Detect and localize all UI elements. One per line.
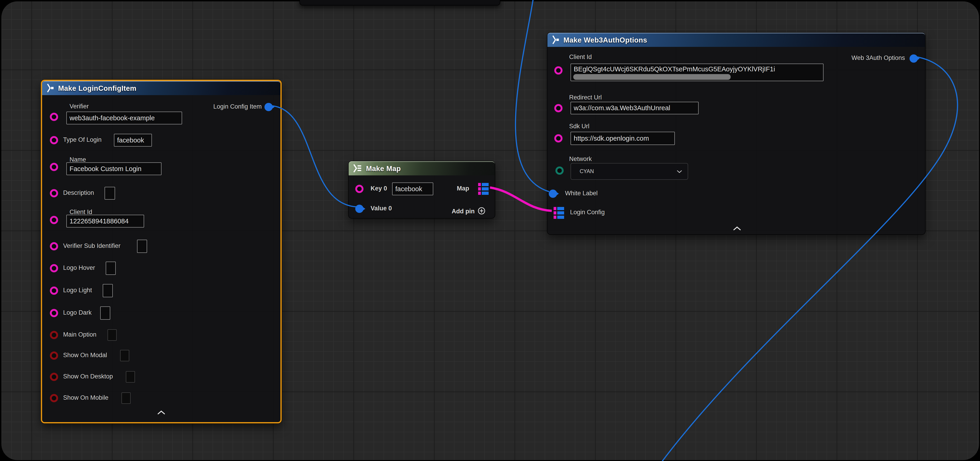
- verifier-input[interactable]: web3auth-facebook-example: [66, 111, 182, 124]
- main-option-checkbox[interactable]: [108, 329, 117, 341]
- verifier-pin[interactable]: [50, 113, 58, 121]
- client-id-pin[interactable]: [554, 66, 563, 75]
- type-of-login-input[interactable]: facebook: [114, 134, 152, 146]
- node-title: Make LoginConfigItem: [58, 84, 136, 92]
- node-make-map[interactable]: Make Map Key 0 facebook Map Value 0 Add …: [348, 161, 495, 219]
- network-label: Network: [569, 156, 592, 162]
- show-on-mobile-label: Show On Mobile: [63, 394, 108, 401]
- logo-light-input[interactable]: [103, 284, 113, 297]
- node-header-make-web3authoptions[interactable]: Make Web3AuthOptions: [547, 33, 925, 47]
- add-pin-label: Add pin: [452, 208, 475, 215]
- show-on-modal-checkbox[interactable]: [120, 350, 129, 361]
- logo-hover-label: Logo Hover: [63, 264, 95, 272]
- login-config-item-output-pin[interactable]: [264, 103, 273, 111]
- value-0-label: Value 0: [371, 205, 392, 212]
- main-option-label: Main Option: [63, 331, 97, 338]
- type-of-login-pin[interactable]: [50, 136, 58, 144]
- verifier-sub-identifier-input[interactable]: [137, 240, 147, 253]
- redirect-url-input[interactable]: w3a://com.w3a.Web3AuthUnreal: [571, 102, 698, 114]
- redirect-url-pin[interactable]: [554, 104, 563, 112]
- login-config-item-output-label: Login Config Item: [213, 103, 262, 110]
- node-header-make-loginconfigitem[interactable]: Make LoginConfigItem: [42, 81, 280, 95]
- node-make-loginconfigitem[interactable]: Make LoginConfigItem Verifier web3auth-f…: [41, 80, 282, 423]
- description-input[interactable]: [105, 187, 115, 200]
- add-pin-plus-icon: [477, 207, 486, 216]
- verifier-sub-identifier-pin[interactable]: [50, 242, 58, 250]
- map-output-label: Map: [457, 185, 469, 192]
- client-id-input[interactable]: 1222658941886084: [66, 215, 144, 227]
- logo-dark-pin[interactable]: [50, 309, 58, 317]
- show-on-mobile-checkbox[interactable]: [121, 393, 130, 404]
- client-id-pin[interactable]: [50, 216, 58, 224]
- blueprint-editor: Make LoginConfigItem Verifier web3auth-f…: [0, 0, 980, 461]
- map-output-pin[interactable]: [478, 183, 489, 195]
- add-pin-button[interactable]: Add pin: [452, 207, 486, 216]
- web3auth-options-output-label: Web 3Auth Options: [851, 54, 905, 62]
- redirect-url-label: Redirect Url: [569, 94, 602, 101]
- name-pin[interactable]: [50, 163, 58, 171]
- type-of-login-label: Type Of Login: [63, 136, 102, 143]
- sdk-url-pin[interactable]: [554, 134, 563, 143]
- show-on-modal-pin[interactable]: [50, 351, 58, 360]
- make-map-icon: [353, 164, 362, 174]
- login-config-pin[interactable]: [554, 207, 565, 219]
- key-0-pin[interactable]: [355, 185, 363, 193]
- logo-hover-input[interactable]: [106, 262, 116, 275]
- web3auth-options-output-pin[interactable]: [910, 54, 918, 63]
- show-on-mobile-pin[interactable]: [50, 394, 58, 402]
- verifier-label: Verifier: [70, 103, 89, 110]
- description-label: Description: [63, 189, 94, 196]
- white-label-label: White Label: [565, 190, 598, 197]
- show-on-desktop-label: Show On Desktop: [63, 373, 113, 380]
- client-id-label: Client Id: [569, 54, 592, 60]
- offscreen-node-top[interactable]: [299, 0, 500, 5]
- verifier-sub-identifier-label: Verifier Sub Identifier: [63, 242, 121, 250]
- sdk-url-label: Sdk Url: [569, 123, 590, 130]
- sdk-url-input[interactable]: https://sdk.openlogin.com: [571, 132, 675, 145]
- client-id-scrollbar[interactable]: [573, 74, 731, 80]
- collapse-node-button[interactable]: [157, 410, 166, 415]
- logo-light-pin[interactable]: [50, 286, 58, 295]
- name-input[interactable]: Facebook Custom Login: [66, 162, 162, 175]
- make-struct-icon: [46, 83, 54, 94]
- show-on-modal-label: Show On Modal: [63, 352, 107, 359]
- node-header-make-map[interactable]: Make Map: [348, 161, 495, 175]
- graph-canvas[interactable]: Make LoginConfigItem Verifier web3auth-f…: [2, 2, 979, 460]
- chevron-down-icon: [677, 168, 682, 175]
- key-0-input[interactable]: facebook: [392, 183, 433, 195]
- logo-light-label: Logo Light: [63, 287, 92, 294]
- network-pin[interactable]: [555, 167, 564, 175]
- make-struct-icon: [552, 35, 560, 45]
- value-0-pin[interactable]: [355, 205, 363, 213]
- network-dropdown[interactable]: CYAN: [571, 163, 688, 180]
- main-option-pin[interactable]: [50, 331, 58, 339]
- show-on-desktop-pin[interactable]: [50, 373, 58, 381]
- node-title: Make Map: [366, 165, 401, 173]
- login-config-label: Login Config: [570, 209, 605, 216]
- key-0-label: Key 0: [371, 185, 387, 192]
- network-selected-value: CYAN: [580, 168, 594, 175]
- description-pin[interactable]: [50, 189, 58, 197]
- white-label-pin[interactable]: [549, 189, 557, 198]
- show-on-desktop-checkbox[interactable]: [126, 371, 135, 383]
- logo-dark-label: Logo Dark: [63, 309, 92, 316]
- node-make-web3authoptions[interactable]: Make Web3AuthOptions Web 3Auth Options C…: [547, 32, 926, 235]
- logo-dark-input[interactable]: [100, 307, 110, 320]
- logo-hover-pin[interactable]: [50, 264, 58, 272]
- node-title: Make Web3AuthOptions: [563, 36, 647, 45]
- collapse-node-button[interactable]: [733, 226, 742, 231]
